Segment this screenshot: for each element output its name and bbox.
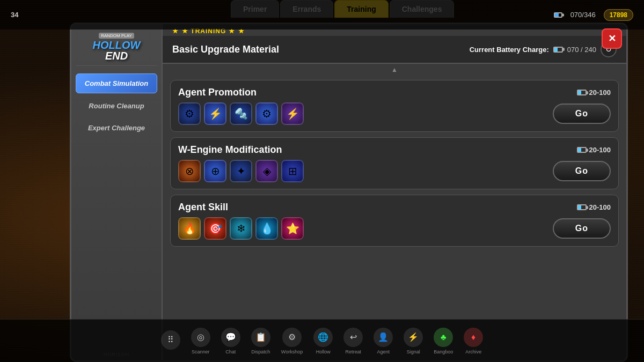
battery-icon-content [553, 47, 563, 53]
bottom-icon-signal[interactable]: ⚡ Signal [404, 328, 423, 354]
card-title-agent-skill: Agent Skill [178, 202, 228, 213]
bottom-icon-bangboo[interactable]: ♣ Bangboo [434, 328, 453, 354]
training-card-agent-skill: Agent Skill 20-100 🔥 🎯 ❄ 💧 ⭐ [170, 195, 619, 247]
bottom-icon-workshop[interactable]: ⚙ Workshop [281, 328, 303, 354]
top-bar-right: 070/346 17898 [554, 9, 633, 21]
skill-icon-2-2: ⊕ [204, 160, 226, 182]
scanner-label: Scanner [192, 349, 210, 354]
cost-value-1: 20-100 [589, 88, 611, 97]
training-list: Agent Promotion 20-100 ⚙ ⚡ 🔩 ⚙ ⚡ [163, 76, 626, 360]
logo-hollow: HOLLOW [93, 39, 141, 51]
skill-icon-3-2: 🎯 [204, 217, 226, 240]
retreat-label: Retreat [345, 349, 361, 354]
scroll-arrow-up[interactable]: ▲ [163, 64, 626, 76]
agent-label: Agent [377, 349, 390, 354]
card-cost-agent-skill: 20-100 [577, 203, 611, 211]
go-button-agent-promotion[interactable]: Go [553, 104, 611, 124]
card-body-agent-promotion: ⚙ ⚡ 🔩 ⚙ ⚡ Go [178, 102, 611, 125]
dispatch-label: Dispatch [251, 349, 270, 354]
dispatch-icon: 📋 [251, 328, 270, 347]
signal-icon: ⚡ [404, 328, 423, 347]
card-cost-agent-promotion: 20-100 [577, 88, 611, 97]
skill-icon-3-1: 🔥 [178, 217, 201, 240]
card-title-agent-promotion: Agent Promotion [178, 87, 257, 98]
skill-icon-3-3: ❄ [230, 217, 252, 240]
cost-battery-icon-2 [577, 147, 587, 153]
cost-battery-icon-3 [577, 204, 587, 210]
skill-icon-3-5: ⭐ [281, 217, 304, 240]
content-area: ★ ★ TRAINING ★ ★ Basic Upgrade Material … [163, 24, 626, 360]
battery-charge-value: 070 / 240 [567, 46, 596, 54]
bottom-icon-retreat[interactable]: ↩ Retreat [343, 328, 363, 354]
top-bar: 34 070/346 17898 [0, 0, 644, 29]
skill-icon-1-3: 🔩 [230, 102, 252, 125]
bangboo-icon: ♣ [434, 328, 453, 347]
bottom-icon-dispatch[interactable]: 📋 Dispatch [251, 328, 270, 354]
go-button-wengine[interactable]: Go [553, 161, 611, 181]
skill-icon-2-5: ⊞ [281, 160, 304, 182]
battery-icon-top [554, 12, 562, 18]
retreat-icon: ↩ [343, 328, 363, 347]
card-cost-wengine: 20-100 [577, 146, 611, 154]
top-bar-battery-value: 070/346 [570, 11, 596, 19]
skill-icon-2-4: ◈ [255, 160, 278, 182]
sidebar-item-combat-simulation[interactable]: Combat Simulation [76, 73, 157, 93]
currency-badge: 17898 [604, 9, 633, 21]
chat-icon: 💬 [221, 328, 240, 347]
grid-icon: ⠿ [161, 330, 180, 350]
sidebar-logo: RANDOM PLAY HOLLOWEND [76, 29, 157, 66]
card-body-wengine: ⊗ ⊕ ✦ ◈ ⊞ Go [178, 160, 611, 182]
content-title: Basic Upgrade Material [172, 44, 279, 55]
sidebar-item-routine-cleanup[interactable]: Routine Cleanup [76, 97, 157, 115]
icon-row-wengine: ⊗ ⊕ ✦ ◈ ⊞ [178, 160, 304, 182]
bottom-icon-chat[interactable]: 💬 Chat [221, 328, 240, 354]
skill-icon-1-2: ⚡ [204, 102, 226, 125]
bottom-icon-hollow[interactable]: 🌐 Hollow [313, 328, 333, 354]
archive-label: Archive [465, 349, 481, 354]
panel-outer: Primer Errands Training Challenges RANDO… [70, 0, 628, 362]
bangboo-label: Bangboo [434, 349, 453, 354]
bottom-icon-scanner[interactable]: ◎ Scanner [191, 328, 210, 354]
skill-icon-1-4: ⚙ [255, 102, 278, 125]
skill-icon-3-4: 💧 [255, 217, 278, 240]
close-button[interactable]: ✕ [602, 28, 622, 49]
card-title-wengine: W-Engine Modification [178, 144, 282, 156]
workshop-label: Workshop [281, 349, 303, 354]
bottom-bar: ⠿ ◎ Scanner 💬 Chat 📋 Dispatch ⚙ Workshop… [0, 319, 644, 362]
icon-row-agent-skill: 🔥 🎯 ❄ 💧 ⭐ [178, 217, 304, 240]
card-body-agent-skill: 🔥 🎯 ❄ 💧 ⭐ Go [178, 217, 611, 240]
hollow-icon: 🌐 [313, 328, 333, 347]
skill-icon-2-1: ⊗ [178, 160, 201, 182]
bottom-icon-grid[interactable]: ⠿ [161, 330, 180, 352]
battery-info: Current Battery Charge: 070 / 240 ↻ [470, 41, 617, 57]
go-button-agent-skill[interactable]: Go [553, 218, 611, 239]
sidebar: RANDOM PLAY HOLLOWEND Combat Simulation … [71, 24, 163, 360]
content-header: Basic Upgrade Material Current Battery C… [163, 36, 626, 64]
skill-icon-1-5: ⚡ [281, 102, 304, 125]
bottom-icon-archive[interactable]: ♦ Archive [464, 328, 483, 354]
scanner-icon: ◎ [191, 328, 210, 347]
cost-battery-icon-1 [577, 90, 587, 95]
logo-badge: RANDOM PLAY [99, 33, 134, 39]
training-card-agent-promotion: Agent Promotion 20-100 ⚙ ⚡ 🔩 ⚙ ⚡ [170, 80, 619, 132]
top-bar-number: 34 [11, 11, 18, 19]
archive-icon: ♦ [464, 328, 483, 347]
card-header-wengine: W-Engine Modification 20-100 [178, 144, 611, 156]
cost-value-2: 20-100 [589, 146, 611, 154]
icon-row-agent-promotion: ⚙ ⚡ 🔩 ⚙ ⚡ [178, 102, 304, 125]
bottom-icon-agent[interactable]: 👤 Agent [374, 328, 393, 354]
cost-value-3: 20-100 [589, 203, 611, 211]
agent-icon: 👤 [374, 328, 393, 347]
panel-body: RANDOM PLAY HOLLOWEND Combat Simulation … [70, 23, 628, 362]
signal-label: Signal [407, 349, 420, 354]
sidebar-item-expert-challenge[interactable]: Expert Challenge [76, 119, 157, 137]
card-header-agent-skill: Agent Skill 20-100 [178, 202, 611, 213]
training-card-wengine: W-Engine Modification 20-100 ⊗ ⊕ ✦ ◈ ⊞ [170, 137, 619, 189]
skill-icon-1-1: ⚙ [178, 102, 201, 125]
logo-text: HOLLOWEND [76, 40, 157, 61]
card-header-agent-promotion: Agent Promotion 20-100 [178, 87, 611, 98]
battery-charge-label: Current Battery Charge: [470, 46, 549, 54]
workshop-icon: ⚙ [282, 328, 302, 347]
chat-label: Chat [225, 349, 236, 354]
skill-icon-2-3: ✦ [230, 160, 252, 182]
